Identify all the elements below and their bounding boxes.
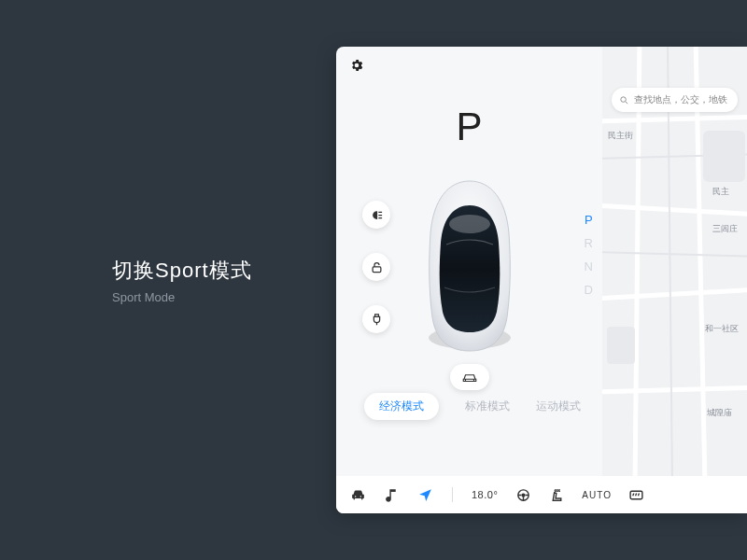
svg-point-11	[621, 96, 627, 102]
headline-zh: 切换Sport模式	[112, 257, 252, 285]
svg-text:民主街: 民主街	[608, 131, 633, 140]
bottom-auto-button[interactable]: AUTO	[582, 490, 612, 500]
map-search[interactable]: 查找地点，公交，地铁	[612, 88, 738, 112]
vehicle-front-icon	[461, 371, 478, 383]
search-placeholder: 查找地点，公交，地铁	[634, 93, 727, 106]
bottom-music-button[interactable]	[383, 486, 400, 503]
side-controls	[362, 201, 390, 333]
search-icon	[619, 95, 629, 105]
navigate-icon	[417, 487, 433, 503]
vehicle-front-button[interactable]	[450, 364, 489, 390]
bottom-seat-button[interactable]	[548, 486, 565, 503]
lock-icon	[370, 260, 384, 274]
svg-rect-0	[373, 266, 381, 272]
music-icon	[384, 487, 400, 503]
svg-text:三闾庄: 三闾庄	[712, 224, 738, 233]
seat-heater-icon	[549, 487, 565, 503]
headlights-icon	[370, 208, 384, 222]
gear-r[interactable]: R	[585, 236, 593, 250]
dashboard-panel: 352 km P	[336, 47, 747, 513]
svg-rect-5	[607, 327, 635, 364]
gear-n[interactable]: N	[585, 259, 593, 273]
gear-p[interactable]: P	[585, 213, 593, 227]
temperature-value[interactable]: 18.0°	[472, 489, 498, 500]
gear-indicator-large: P	[336, 105, 602, 149]
mode-eco[interactable]: 经济模式	[364, 393, 439, 420]
bottom-wheel-button[interactable]	[514, 486, 531, 503]
defrost-icon	[628, 487, 644, 503]
mode-sport[interactable]: 运动模式	[536, 399, 581, 414]
svg-point-2	[449, 215, 490, 233]
headline: 切换Sport模式 Sport Mode	[112, 257, 252, 304]
svg-rect-4	[703, 131, 745, 182]
bottom-defrost-button[interactable]	[628, 486, 645, 503]
car-top-image	[418, 177, 521, 355]
car-area: P 经济模	[336, 47, 602, 476]
bottom-nav-button[interactable]	[416, 486, 433, 503]
lock-button[interactable]	[362, 253, 390, 281]
gear-d[interactable]: D	[585, 283, 593, 297]
charge-button[interactable]	[362, 305, 390, 333]
mode-normal[interactable]: 标准模式	[465, 399, 510, 414]
headline-en: Sport Mode	[112, 290, 252, 304]
svg-text:城隍庙: 城隍庙	[706, 408, 732, 417]
car-icon	[350, 487, 366, 503]
svg-point-13	[522, 494, 525, 497]
drive-mode-row: 经济模式 标准模式 运动模式	[351, 393, 594, 420]
svg-text:和一社区: 和一社区	[705, 324, 739, 333]
separator	[452, 487, 453, 502]
charge-icon	[370, 313, 384, 327]
steering-wheel-icon	[515, 487, 531, 503]
svg-text:民主: 民主	[712, 187, 729, 196]
bottom-bar: 18.0° AUTO	[336, 476, 747, 513]
bottom-car-button[interactable]	[349, 486, 366, 503]
headlights-button[interactable]	[362, 201, 390, 229]
gear-selector[interactable]: P R N D	[585, 213, 593, 297]
